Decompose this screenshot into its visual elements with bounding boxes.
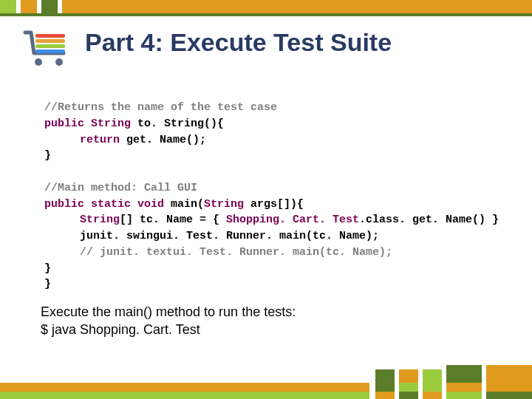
- top-seg-orange: [21, 0, 37, 13]
- svg-rect-0: [35, 34, 65, 38]
- code-method-main: main(: [164, 198, 204, 211]
- bottom-block-d2: [446, 383, 482, 392]
- code-main-args: args[]){: [244, 198, 304, 211]
- bottom-long-green: [0, 392, 369, 399]
- bottom-block-c2: [423, 392, 442, 399]
- code-method-tostring: to. String(){: [131, 117, 224, 130]
- shopping-cart-icon: [22, 28, 74, 69]
- code-kw-return: return: [80, 134, 120, 146]
- bottom-color-bar: [0, 355, 532, 399]
- top-seg-darkgreen: [41, 0, 58, 13]
- code-type-string: String: [91, 117, 131, 130]
- bottom-block-c1: [423, 369, 442, 392]
- code-kw-public-static-void: public static void: [44, 198, 164, 211]
- code-type-string3: String: [80, 214, 120, 226]
- code-block: //Returns the name of the test case publ…: [44, 100, 499, 293]
- slide-title: Part 4: Execute Test Suite: [85, 28, 392, 57]
- code-kw-public: public: [44, 117, 84, 130]
- code-type-string2: String: [204, 198, 244, 211]
- code-comment-1: //Returns the name of the test case: [44, 101, 277, 114]
- bottom-block-a1: [375, 369, 395, 392]
- code-class-shoppingcarttest: Shopping. Cart. Test: [226, 214, 359, 226]
- bottom-block-e1: [486, 365, 532, 392]
- bottom-block-d1: [446, 365, 482, 383]
- code-tcname-decl: [] tc. Name = {: [120, 214, 226, 226]
- bottom-block-d3: [446, 392, 482, 399]
- code-return-call: get. Name();: [120, 134, 206, 146]
- bottom-block-b3: [399, 392, 418, 399]
- svg-rect-2: [35, 44, 65, 48]
- execution-note: Execute the main() method to run the tes…: [41, 303, 296, 339]
- svg-rect-3: [35, 50, 65, 53]
- svg-point-4: [35, 58, 42, 66]
- code-brace-3: }: [44, 278, 51, 290]
- code-textui-runner-commented: // junit. textui. Test. Runner. main(tc.…: [80, 246, 392, 259]
- code-getname: .class. get. Name() }: [359, 214, 499, 226]
- code-comment-2: //Main method: Call GUI: [44, 182, 197, 194]
- top-color-bar: [0, 0, 532, 13]
- top-underline: [0, 13, 532, 16]
- note-line-2: $ java Shopping. Cart. Test: [41, 321, 296, 338]
- bottom-long-orange: [0, 383, 369, 392]
- top-seg-green: [0, 0, 16, 13]
- svg-rect-1: [35, 39, 65, 43]
- bottom-block-b1: [399, 369, 418, 383]
- note-line-1: Execute the main() method to run the tes…: [41, 303, 296, 321]
- code-swingui-runner: junit. swingui. Test. Runner. main(tc. N…: [80, 230, 379, 242]
- code-brace-1: }: [44, 149, 51, 162]
- bottom-block-a2: [375, 392, 395, 399]
- bottom-block-e2: [486, 392, 532, 399]
- svg-point-5: [55, 58, 63, 66]
- bottom-block-b2: [399, 383, 418, 392]
- top-seg-long: [62, 0, 532, 13]
- code-brace-2: }: [44, 262, 51, 275]
